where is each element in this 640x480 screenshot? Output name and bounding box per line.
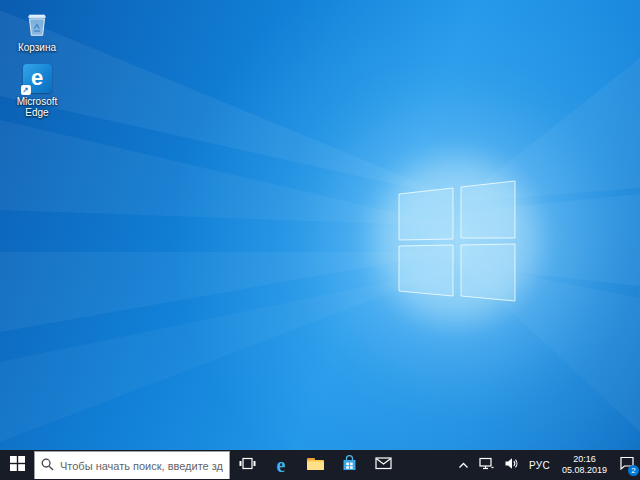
file-explorer-icon [306, 455, 325, 476]
chevron-up-icon [458, 456, 469, 474]
start-icon [10, 456, 25, 475]
clock[interactable]: 20:16 05.08.2019 [555, 450, 614, 480]
desktop-icon-microsoft-edge[interactable]: e ↗ Microsoft Edge [6, 62, 68, 118]
taskbar: e [0, 450, 640, 480]
taskbar-app-edge[interactable]: e [264, 450, 298, 480]
action-center-button[interactable]: 2 [614, 450, 640, 480]
task-view-button[interactable] [230, 450, 264, 480]
taskbar-search[interactable] [34, 451, 230, 479]
desktop-surface[interactable]: Корзина e ↗ Microsoft Edge [0, 0, 640, 450]
store-icon [341, 455, 358, 476]
clock-date: 05.08.2019 [562, 465, 607, 476]
edge-icon: e ↗ [21, 62, 53, 94]
clock-time: 20:16 [573, 454, 596, 465]
network-icon [479, 456, 494, 474]
recycle-bin-icon [21, 8, 53, 40]
search-icon [41, 457, 54, 475]
language-label: РУС [529, 460, 550, 471]
notification-badge: 2 [628, 465, 639, 476]
desktop-icon-recycle-bin[interactable]: Корзина [6, 8, 68, 53]
search-input[interactable] [60, 460, 223, 472]
system-tray: РУС 20:16 05.08.2019 2 [453, 450, 640, 480]
taskbar-app-mail[interactable] [366, 450, 400, 480]
network-status-button[interactable] [474, 450, 499, 480]
taskbar-app-store[interactable] [332, 450, 366, 480]
desktop-icon-label: Microsoft Edge [6, 96, 68, 118]
task-view-icon [239, 455, 256, 476]
tray-expand-button[interactable] [453, 450, 474, 480]
start-button[interactable] [0, 450, 34, 480]
volume-button[interactable] [499, 450, 524, 480]
volume-icon [504, 456, 519, 474]
language-indicator[interactable]: РУС [524, 450, 555, 480]
shortcut-arrow-icon: ↗ [21, 85, 31, 95]
taskbar-app-file-explorer[interactable] [298, 450, 332, 480]
edge-icon: e [277, 455, 286, 475]
desktop-icon-label: Корзина [18, 42, 56, 53]
wallpaper-light-rays [0, 0, 640, 450]
windows-logo [399, 181, 515, 301]
windows-desktop-screen: Корзина e ↗ Microsoft Edge [0, 0, 640, 480]
mail-icon [375, 456, 392, 474]
